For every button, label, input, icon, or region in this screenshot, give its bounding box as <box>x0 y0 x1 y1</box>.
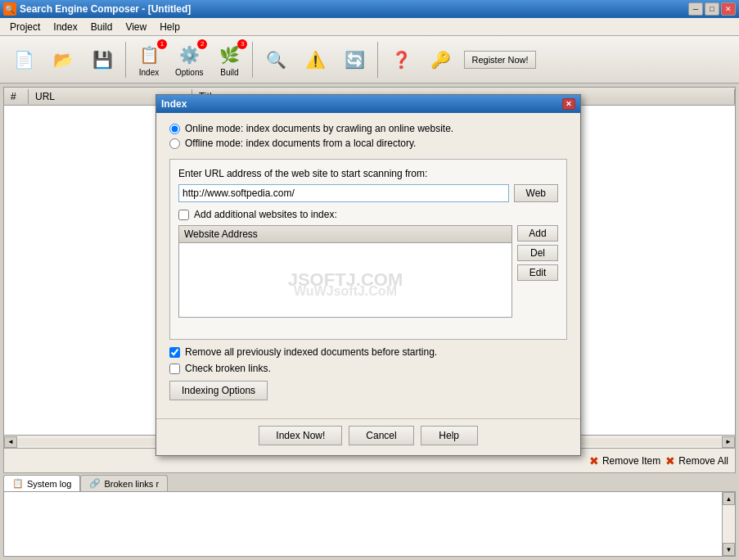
build-icon: 🌿 3 <box>216 43 242 68</box>
menu-build[interactable]: Build <box>84 20 119 34</box>
minimize-button[interactable]: ─ <box>688 2 703 16</box>
system-log-icon: 📋 <box>12 478 24 489</box>
check-broken-row: Check broken links. <box>169 363 567 374</box>
index-now-button[interactable]: Index Now! <box>259 426 342 445</box>
url-input[interactable] <box>178 184 509 202</box>
menu-help[interactable]: Help <box>153 20 187 34</box>
toolbar-separator-2 <box>252 42 253 78</box>
toolbar-separator-1 <box>125 42 126 78</box>
remove-all-button[interactable]: ✖ Remove All <box>665 454 728 467</box>
modal-close-button[interactable]: ✕ <box>562 98 575 110</box>
scroll-left-btn[interactable]: ◄ <box>4 436 17 448</box>
websites-watermark2: WuWJsoftJ.CoM <box>294 284 397 299</box>
open-button[interactable]: 📂 <box>44 39 82 80</box>
remove-item-label: Remove Item <box>602 455 660 467</box>
broken-links-icon: 🔗 <box>89 478 101 489</box>
cancel-button[interactable]: Cancel <box>349 426 413 445</box>
maximize-button[interactable]: □ <box>705 2 719 16</box>
online-mode-label: Online mode: index documents by crawling… <box>185 123 453 134</box>
index-button[interactable]: 📋 1 Index <box>130 39 168 80</box>
options-checkboxes: Remove all previously indexed documents … <box>169 346 567 374</box>
new-icon: 📄 <box>11 47 37 73</box>
save-button[interactable]: 💾 <box>83 39 121 80</box>
build-label: Build <box>220 68 238 77</box>
websites-list: JSOFTJ.COM WuWJsoftJ.CoM <box>179 243 511 317</box>
modal-footer: Index Now! Cancel Help <box>156 418 580 455</box>
tab-broken-links[interactable]: 🔗 Broken links r <box>80 475 168 491</box>
index-label: Index <box>139 68 159 77</box>
register-now-button[interactable]: Register Now! <box>464 51 535 69</box>
warning-button[interactable]: ⚠️ <box>296 39 334 80</box>
help-dialog-button[interactable]: Help <box>421 426 478 445</box>
modal-title-bar: Index ✕ <box>156 95 580 113</box>
edit-website-button[interactable]: Edit <box>517 264 558 281</box>
offline-mode-radio[interactable] <box>169 138 180 149</box>
toolbar: 📄 📂 💾 📋 1 Index ⚙️ 2 Options 🌿 3 Build 🔍… <box>0 36 739 84</box>
close-button[interactable]: ✕ <box>721 2 736 16</box>
key-button[interactable]: 🔑 <box>421 39 459 80</box>
status-tabs: 📋 System log 🔗 Broken links r <box>0 473 739 491</box>
title-bar-controls: ─ □ ✕ <box>688 2 736 16</box>
refresh-button[interactable]: 🔄 <box>336 39 373 80</box>
url-row: Web <box>178 184 558 202</box>
col-num: # <box>4 89 29 104</box>
build-badge: 3 <box>237 39 247 49</box>
options-badge: 2 <box>197 39 207 49</box>
options-icon: ⚙️ 2 <box>176 43 202 68</box>
log-scroll-down[interactable]: ▼ <box>723 543 735 556</box>
remove-item-icon: ✖ <box>589 454 599 467</box>
build-button[interactable]: 🌿 3 Build <box>210 39 248 80</box>
websites-row: Website Address JSOFTJ.COM WuWJsoftJ.CoM… <box>178 225 558 324</box>
warning-icon: ⚠️ <box>302 47 328 73</box>
add-websites-checkbox[interactable] <box>178 210 189 220</box>
remove-item-button[interactable]: ✖ Remove Item <box>589 454 660 467</box>
add-websites-label: Add additional websites to index: <box>194 209 337 220</box>
options-button[interactable]: ⚙️ 2 Options <box>169 39 209 80</box>
remove-all-label: Remove All <box>678 455 728 467</box>
indexing-options-button[interactable]: Indexing Options <box>169 381 268 400</box>
title-bar: 🔍 Search Engine Composer - [Untitled] ─ … <box>0 0 739 18</box>
url-section: Enter URL address of the web site to sta… <box>169 159 567 340</box>
online-mode-row: Online mode: index documents by crawling… <box>169 123 567 134</box>
app-title: Search Engine Composer - [Untitled] <box>20 3 191 15</box>
log-scrollbar[interactable]: ▲ ▼ <box>722 492 735 556</box>
offline-mode-label: Offline mode: index documents from a loc… <box>185 138 416 149</box>
menu-index[interactable]: Index <box>47 20 83 34</box>
websites-header: Website Address <box>179 226 511 243</box>
search-icon: 🔍 <box>263 47 289 73</box>
title-bar-left: 🔍 Search Engine Composer - [Untitled] <box>3 2 191 16</box>
add-website-button[interactable]: Add <box>517 225 558 242</box>
remove-previously-label: Remove all previously indexed documents … <box>185 346 437 358</box>
new-button[interactable]: 📄 <box>5 39 43 80</box>
system-log-label: System log <box>27 479 71 489</box>
scroll-right-btn[interactable]: ► <box>722 436 735 448</box>
index-icon: 📋 1 <box>136 43 162 68</box>
menu-project[interactable]: Project <box>3 20 47 34</box>
search-button[interactable]: 🔍 <box>257 39 295 80</box>
remove-previously-row: Remove all previously indexed documents … <box>169 346 567 358</box>
remove-all-icon: ✖ <box>665 454 675 467</box>
del-website-button[interactable]: Del <box>517 245 558 261</box>
remove-previously-checkbox[interactable] <box>169 347 180 358</box>
index-badge: 1 <box>157 39 167 49</box>
modal-title: Index <box>161 98 187 110</box>
refresh-icon: 🔄 <box>341 47 367 73</box>
mode-radio-group: Online mode: index documents by crawling… <box>169 123 567 149</box>
help-button[interactable]: ❓ <box>382 39 420 80</box>
open-icon: 📂 <box>50 47 76 73</box>
online-mode-radio[interactable] <box>169 124 180 134</box>
modal-content: Online mode: index documents by crawling… <box>156 113 580 418</box>
add-del-buttons: Add Del Edit <box>517 225 558 324</box>
web-button[interactable]: Web <box>514 184 558 202</box>
log-area: ▲ ▼ <box>3 491 736 557</box>
websites-watermark: JSOFTJ.COM <box>288 269 403 291</box>
menu-view[interactable]: View <box>119 20 153 34</box>
check-broken-checkbox[interactable] <box>169 364 180 374</box>
log-content <box>4 492 722 556</box>
websites-panel: Website Address JSOFTJ.COM WuWJsoftJ.CoM <box>178 225 512 318</box>
broken-links-label: Broken links r <box>104 479 159 489</box>
options-label: Options <box>175 68 203 77</box>
url-section-label: Enter URL address of the web site to sta… <box>178 168 558 179</box>
log-scroll-up[interactable]: ▲ <box>723 492 735 505</box>
tab-system-log[interactable]: 📋 System log <box>3 475 80 491</box>
